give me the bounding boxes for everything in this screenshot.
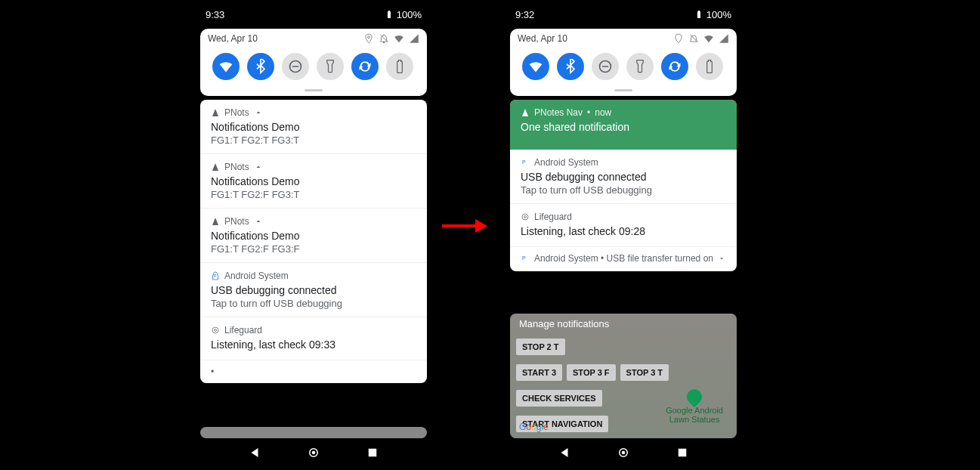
qs-status-icons	[673, 33, 729, 44]
notif-title: USB debugging connected	[211, 284, 416, 296]
location-icon	[673, 33, 684, 44]
qs-autorotate[interactable]	[351, 53, 379, 80]
svg-rect-14	[679, 449, 687, 457]
svg-text:P: P	[214, 274, 217, 278]
nav-back-icon[interactable]	[558, 446, 571, 459]
nav-home-icon[interactable]	[307, 446, 320, 459]
notification-android-system[interactable]: P Android System USB debugging connected…	[510, 150, 737, 204]
app-icon	[211, 326, 220, 335]
app-icon	[521, 108, 530, 117]
wifi-icon	[703, 33, 714, 44]
qs-header: Wed, Apr 10	[510, 29, 737, 45]
map-button[interactable]: START 3	[516, 364, 562, 381]
map-button[interactable]: CHECK SERVICES	[516, 390, 602, 407]
app-name: Android System	[224, 271, 289, 281]
nav-back-icon[interactable]	[248, 446, 261, 459]
notification-collapsed[interactable]: P Android System • USB file transfer tur…	[510, 247, 737, 271]
notif-title: One shared notification	[521, 121, 726, 133]
chevron-up-icon[interactable]	[254, 217, 263, 226]
notification-android-system[interactable]: P Android System USB debugging connected…	[200, 263, 427, 317]
app-name: PNots	[224, 162, 249, 172]
notification-shade: PNotes Nav • now One shared notification…	[510, 100, 737, 271]
app-name: PNotes Nav	[534, 107, 583, 118]
notif-title: Notifications Demo	[211, 121, 416, 133]
collapsed-text: Android System • USB file transfer turne…	[534, 253, 713, 264]
qs-drag-handle[interactable]	[305, 89, 323, 91]
app-icon	[211, 217, 220, 226]
transition-arrow	[442, 219, 487, 233]
notification-pnots-2[interactable]: PNots Notifications Demo FG1:T FG2:F FG3…	[200, 154, 427, 209]
notification-lifeguard[interactable]: Lifeguard Listening, last check 09:28	[510, 204, 737, 247]
notification-heads-up[interactable]: PNotes Nav • now One shared notification	[510, 100, 737, 150]
app-icon	[521, 212, 530, 221]
app-icon: P	[521, 158, 530, 167]
app-name: Android System	[534, 157, 598, 168]
notification-lifeguard[interactable]: Lifeguard Listening, last check 09:33	[200, 317, 427, 360]
map-button[interactable]: STOP 3 F	[567, 364, 616, 381]
nav-bar	[196, 437, 431, 468]
qs-tiles	[200, 45, 427, 89]
notif-body: Tap to turn off USB debugging	[211, 298, 416, 309]
qs-dnd[interactable]	[592, 53, 619, 80]
notification-collapsed-row[interactable]: •	[200, 360, 427, 383]
qs-wifi[interactable]	[522, 53, 549, 80]
svg-text:P: P	[522, 255, 526, 261]
chevron-up-icon[interactable]	[254, 108, 263, 117]
qs-panel: Wed, Apr 10	[200, 29, 427, 96]
location-icon	[363, 33, 374, 44]
map-button[interactable]: STOP 3 T	[620, 364, 669, 381]
svg-point-9	[522, 214, 528, 220]
nav-recents-icon[interactable]	[366, 446, 379, 459]
app-name: PNots	[224, 216, 249, 227]
bell-off-icon	[688, 33, 699, 44]
map-place-label[interactable]: Google Android Lawn Statues	[666, 389, 723, 424]
notif-title: Notifications Demo	[211, 175, 416, 187]
app-name: Lifeguard	[534, 212, 572, 222]
qs-header: Wed, Apr 10	[200, 29, 427, 45]
manage-notifications-link[interactable]: Manage notifications	[510, 314, 737, 334]
svg-point-5	[312, 451, 316, 455]
qs-wifi[interactable]	[212, 53, 240, 80]
background-app-map: Manage notifications STOP 2 T START 3 ST…	[510, 314, 737, 438]
status-time: 9:32	[515, 9, 534, 20]
svg-rect-6	[369, 449, 377, 457]
notif-body: FG1:T FG2:T FG3:T	[211, 135, 416, 146]
google-logo: Google	[519, 422, 549, 432]
svg-text:P: P	[522, 159, 526, 165]
status-bar: 9:33 100%	[196, 4, 431, 25]
qs-autorotate[interactable]	[661, 53, 688, 80]
wifi-icon	[394, 33, 404, 44]
map-buttons-row-2: START 3 STOP 3 F STOP 3 T	[510, 360, 737, 385]
notification-pnots-1[interactable]: PNots Notifications Demo FG1:T FG2:T FG3…	[200, 100, 427, 154]
svg-point-13	[622, 451, 626, 455]
qs-bluetooth[interactable]	[247, 53, 274, 80]
notif-body: FG1:T FG2:F FG3:F	[211, 243, 416, 255]
nav-home-icon[interactable]	[617, 446, 630, 459]
notif-when: now	[595, 107, 611, 118]
map-button[interactable]: STOP 2 T	[516, 339, 565, 355]
svg-point-2	[212, 327, 218, 333]
chevron-up-icon[interactable]	[254, 162, 263, 172]
qs-bluetooth[interactable]	[557, 53, 584, 80]
qs-batterysaver[interactable]	[386, 53, 413, 80]
app-icon	[211, 162, 220, 172]
phone-left: 9:33 100% Wed, Apr 10	[196, 4, 431, 468]
map-pin-icon	[684, 386, 705, 407]
qs-drag-handle[interactable]	[614, 89, 632, 91]
bell-off-icon	[379, 33, 389, 44]
notif-body: FG1:T FG2:F FG3:T	[211, 189, 416, 200]
qs-tiles	[510, 45, 737, 89]
qs-flashlight[interactable]	[626, 53, 654, 80]
phone-right: 9:32 100% Wed, Apr 10	[506, 4, 740, 468]
qs-flashlight[interactable]	[317, 53, 344, 80]
notification-pnots-3[interactable]: PNots Notifications Demo FG1:T FG2:F FG3…	[200, 209, 427, 263]
qs-dnd[interactable]	[282, 53, 309, 80]
qs-date: Wed, Apr 10	[208, 33, 258, 44]
qs-batterysaver[interactable]	[696, 53, 723, 80]
notif-title: Notifications Demo	[211, 230, 416, 242]
notif-body: Tap to turn off USB debugging	[521, 184, 726, 196]
app-name: Lifeguard	[224, 325, 262, 335]
notif-title: Listening, last check 09:33	[211, 339, 416, 351]
status-bar: 9:32 100%	[506, 4, 740, 25]
nav-recents-icon[interactable]	[675, 446, 689, 459]
